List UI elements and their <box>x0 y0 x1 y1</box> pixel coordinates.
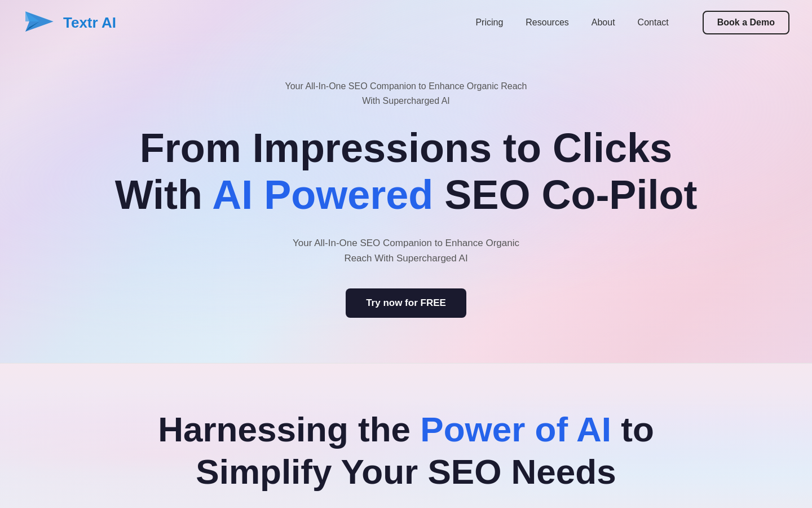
hero-title-highlight: AI Powered <box>212 172 433 217</box>
hero-title-line2-prefix: With <box>115 172 213 217</box>
book-demo-button[interactable]: Book a Demo <box>703 11 789 34</box>
second-title-line2: Simplify Your SEO Needs <box>196 452 616 491</box>
try-free-button[interactable]: Try now for FREE <box>346 288 466 318</box>
hero-title: From Impressions to Clicks With AI Power… <box>11 125 801 218</box>
nav-item-pricing[interactable]: Pricing <box>475 17 503 28</box>
hero-content: Your All-In-One SEO Companion to Enhance… <box>0 45 812 363</box>
hero-title-line2-suffix: SEO Co-Pilot <box>433 172 697 217</box>
nav-item-contact[interactable]: Contact <box>638 17 669 28</box>
hero-subtitle-bottom: Your All-In-One SEO Companion to Enhance… <box>11 235 801 266</box>
nav-item-resources[interactable]: Resources <box>526 17 568 28</box>
hero-title-line1: From Impressions to Clicks <box>140 125 672 170</box>
second-section: Harnessing the Power of AI to Simplify Y… <box>0 364 812 508</box>
nav-links: Pricing Resources About Contact <box>475 17 668 28</box>
logo-text: Textr AI <box>63 14 116 32</box>
navbar: Textr AI Pricing Resources About Contact… <box>0 0 812 45</box>
second-section-title: Harnessing the Power of AI to Simplify Y… <box>23 409 789 493</box>
nav-item-about[interactable]: About <box>592 17 615 28</box>
hero-subtitle-top: Your All-In-One SEO Companion to Enhance… <box>11 79 801 108</box>
logo-area: Textr AI <box>23 6 116 40</box>
logo-icon <box>23 6 56 40</box>
second-title-highlight: Power of AI <box>420 410 611 449</box>
